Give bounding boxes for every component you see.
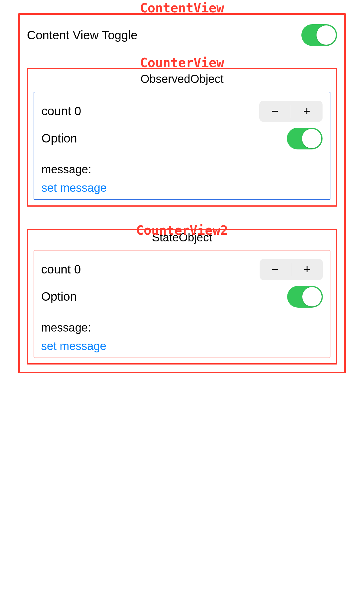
counter-view2-panel: count 0 − + Option me xyxy=(34,250,330,358)
annotation-counter-view: CounterView xyxy=(27,56,337,70)
option-label: Option xyxy=(41,290,77,303)
content-toggle-label: Content View Toggle xyxy=(27,28,137,42)
option-row: Option xyxy=(41,285,323,309)
content-toggle-row: Content View Toggle xyxy=(27,23,337,47)
count-row: count 0 − + xyxy=(41,100,323,123)
option-row: Option xyxy=(41,127,323,150)
count-stepper: − + xyxy=(259,101,323,122)
count-label: count 0 xyxy=(41,104,81,118)
annotation-counter-view2: CounterView2 xyxy=(27,224,337,237)
content-toggle[interactable] xyxy=(301,24,337,46)
set-message-button[interactable]: set message xyxy=(41,340,106,353)
stepper-plus-button[interactable]: + xyxy=(291,259,323,280)
count-row: count 0 − + xyxy=(41,258,323,281)
counter-view2-block: CounterView2 StateObject count 0 − + Opt… xyxy=(27,224,337,365)
stepper-minus-button[interactable]: − xyxy=(260,259,291,280)
spacer xyxy=(41,150,323,163)
stepper-minus-button[interactable]: − xyxy=(259,101,291,122)
option-label: Option xyxy=(41,132,77,145)
stepper-plus-button[interactable]: + xyxy=(291,101,323,122)
message-label: message: xyxy=(41,321,323,334)
counter-view-title: ObservedObject xyxy=(34,72,330,86)
counter-view-block: CounterView ObservedObject count 0 − + O… xyxy=(27,56,337,207)
count-label: count 0 xyxy=(41,263,81,276)
toggle-knob xyxy=(302,129,321,148)
set-message-button[interactable]: set message xyxy=(41,182,107,195)
counter-view-frame: ObservedObject count 0 − + Option xyxy=(27,68,337,207)
message-label: message: xyxy=(41,163,323,176)
stage: ContentView Content View Toggle CounterV… xyxy=(0,0,364,605)
option-toggle[interactable] xyxy=(287,286,323,308)
content-view-frame: Content View Toggle CounterView Observed… xyxy=(18,13,346,373)
spacer xyxy=(41,309,323,321)
option-toggle[interactable] xyxy=(287,128,323,149)
counter-view-panel: count 0 − + Option me xyxy=(34,92,330,200)
count-stepper: − + xyxy=(260,259,323,280)
toggle-knob xyxy=(302,287,322,306)
toggle-knob xyxy=(316,25,336,45)
annotation-content-view: ContentView xyxy=(0,1,364,15)
counter-view2-frame: StateObject count 0 − + Option xyxy=(27,229,337,365)
